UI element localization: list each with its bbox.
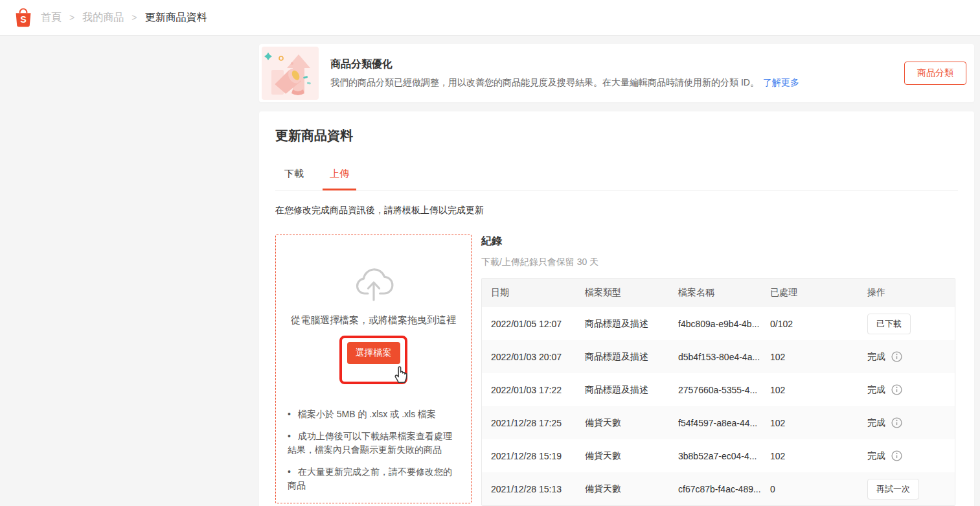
cell-file-type: 備貨天數 [576, 483, 669, 495]
records-section: 紀錄 下載/上傳紀錄只會保留 30 天 日期 檔案類型 檔案名稱 已處理 操作 … [481, 235, 958, 506]
upload-intro-text: 在您修改完成商品資訊後，請將模板上傳以完成更新 [275, 205, 958, 216]
row-status-text: 完成 [867, 450, 885, 462]
upload-note: 成功上傳後可以下載結果檔案查看處理結果，檔案內只會顯示更新失敗的商品 [288, 430, 459, 457]
info-icon[interactable] [891, 351, 902, 362]
info-icon[interactable] [891, 417, 902, 428]
row-status-text: 完成 [867, 384, 885, 396]
cell-date: 2021/12/28 15:13 [482, 484, 576, 494]
cell-action: 完成 [858, 384, 955, 396]
tab-download[interactable]: 下載 [284, 168, 304, 190]
upload-note: 檔案小於 5MB 的 .xlsx 或 .xls 檔案 [288, 408, 459, 421]
cell-processed: 102 [761, 451, 858, 461]
cell-processed: 102 [761, 385, 858, 395]
tab-bar: 下載 上傳 [275, 168, 958, 190]
action-highlight-box: 選擇檔案 [339, 336, 407, 384]
header-date: 日期 [482, 287, 576, 299]
cell-action: 完成 [858, 351, 955, 363]
table-row: 2021/12/28 15:19 備貨天數 3b8b52a7-ec04-4...… [482, 439, 955, 472]
cloud-upload-icon [353, 265, 394, 303]
row-status: 完成 [867, 417, 902, 429]
cell-file-type: 商品標題及描述 [576, 384, 669, 396]
breadcrumb-my-products[interactable]: 我的商品 [82, 11, 124, 25]
chevron-right-icon: > [69, 12, 74, 23]
cell-processed: 0/102 [761, 319, 858, 329]
banner-title: 商品分類優化 [330, 58, 904, 71]
row-action-button[interactable]: 再試一次 [867, 479, 919, 500]
cell-date: 2021/12/28 17:25 [482, 418, 576, 428]
records-table: 日期 檔案類型 檔案名稱 已處理 操作 2022/01/05 12:07 商品標… [481, 278, 955, 506]
row-status: 完成 [867, 384, 902, 396]
cell-file-type: 商品標題及描述 [576, 318, 669, 330]
row-status-text: 完成 [867, 417, 885, 429]
file-dropzone[interactable]: 從電腦選擇檔案，或將檔案拖曳到這裡 選擇檔案 檔案小於 5MB 的 .xlsx … [275, 235, 472, 503]
cell-file-type: 備貨天數 [576, 450, 669, 462]
shopee-logo-icon[interactable]: S [14, 7, 33, 28]
tab-upload[interactable]: 上傳 [330, 168, 349, 190]
cell-action: 已下載 [858, 314, 955, 334]
cell-file-name: f4bc809a-e9b4-4b... [669, 319, 761, 329]
header-action: 操作 [858, 287, 955, 299]
topbar: S 首頁 > 我的商品 > 更新商品資料 [0, 0, 980, 36]
cell-processed: 102 [761, 418, 858, 428]
info-icon[interactable] [891, 384, 902, 395]
table-row: 2022/01/03 17:22 商品標題及描述 2757660a-5355-4… [482, 373, 955, 406]
row-status: 完成 [867, 351, 902, 363]
table-row: 2022/01/03 20:07 商品標題及描述 d5b4f153-80e4-4… [482, 340, 955, 373]
banner-text: 商品分類優化 我們的商品分類已經做調整，用以改善您的商品能見度及搜尋結果。在大量… [330, 58, 904, 89]
table-header-row: 日期 檔案類型 檔案名稱 已處理 操作 [482, 279, 955, 307]
learn-more-link[interactable]: 了解更多 [763, 77, 799, 87]
cell-action: 再試一次 [858, 479, 955, 500]
header-file-name: 檔案名稱 [669, 287, 761, 299]
svg-text:S: S [20, 14, 27, 25]
breadcrumb-home[interactable]: 首頁 [41, 11, 62, 25]
cell-processed: 0 [761, 484, 858, 494]
cell-file-type: 商品標題及描述 [576, 351, 669, 363]
chevron-right-icon: > [131, 12, 137, 23]
table-row: 2021/12/28 15:13 備貨天數 cf67c87b-f4ac-489.… [482, 472, 955, 505]
cell-file-name: cf67c87b-f4ac-489... [669, 484, 761, 494]
cell-file-name: f54f4597-a8ea-44... [669, 418, 761, 428]
upload-content-row: 從電腦選擇檔案，或將檔案拖曳到這裡 選擇檔案 檔案小於 5MB 的 .xlsx … [275, 235, 958, 506]
header-processed: 已處理 [761, 287, 858, 299]
cell-date: 2021/12/28 15:19 [482, 451, 576, 461]
cell-date: 2022/01/05 12:07 [482, 319, 576, 329]
cell-action: 完成 [858, 450, 955, 462]
cell-action: 完成 [858, 417, 955, 429]
page-content: 商品分類優化 我們的商品分類已經做調整，用以改善您的商品能見度及搜尋結果。在大量… [259, 44, 974, 506]
choose-file-button[interactable]: 選擇檔案 [347, 342, 400, 364]
cell-file-name: 3b8b52a7-ec04-4... [669, 451, 761, 461]
cell-file-name: 2757660a-5355-4... [669, 385, 761, 395]
upload-note: 在大量更新完成之前，請不要修改您的商品 [288, 465, 459, 492]
breadcrumb: 首頁 > 我的商品 > 更新商品資料 [41, 11, 207, 25]
info-icon[interactable] [891, 450, 902, 461]
row-status-text: 完成 [867, 351, 885, 363]
cell-date: 2022/01/03 17:22 [482, 385, 576, 395]
dropzone-hint-text: 從電腦選擇檔案，或將檔案拖曳到這裡 [288, 314, 459, 327]
records-title: 紀錄 [481, 235, 958, 248]
table-body: 2022/01/05 12:07 商品標題及描述 f4bc809a-e9b4-4… [482, 307, 955, 505]
category-banner: 商品分類優化 我們的商品分類已經做調整，用以改善您的商品能見度及搜尋結果。在大量… [259, 44, 974, 102]
banner-description: 我們的商品分類已經做調整，用以改善您的商品能見度及搜尋結果。在大量編輯商品時請使… [330, 77, 904, 89]
breadcrumb-current: 更新商品資料 [144, 11, 207, 25]
table-row: 2021/12/28 17:25 備貨天數 f54f4597-a8ea-44..… [482, 406, 955, 439]
table-row: 2022/01/05 12:07 商品標題及描述 f4bc809a-e9b4-4… [482, 307, 955, 340]
update-products-card: 更新商品資料 下載 上傳 在您修改完成商品資訊後，請將模板上傳以完成更新 從電腦… [259, 111, 974, 506]
records-retention-note: 下載/上傳紀錄只會保留 30 天 [481, 257, 958, 268]
header-file-type: 檔案類型 [576, 287, 669, 299]
cell-date: 2022/01/03 20:07 [482, 352, 576, 362]
product-category-button[interactable]: 商品分類 [904, 62, 966, 85]
hand-cursor-icon [393, 363, 410, 384]
cell-file-name: d5b4f153-80e4-4a... [669, 352, 761, 362]
banner-description-text: 我們的商品分類已經做調整，用以改善您的商品能見度及搜尋結果。在大量編輯商品時請使… [330, 77, 759, 87]
cell-processed: 102 [761, 352, 858, 362]
page-title: 更新商品資料 [275, 127, 958, 144]
row-status: 完成 [867, 450, 902, 462]
upload-notes: 檔案小於 5MB 的 .xlsx 或 .xls 檔案 成功上傳後可以下載結果檔案… [288, 408, 459, 492]
megaphone-illustration [262, 47, 319, 100]
cell-file-type: 備貨天數 [576, 417, 669, 429]
row-action-button[interactable]: 已下載 [867, 314, 911, 334]
